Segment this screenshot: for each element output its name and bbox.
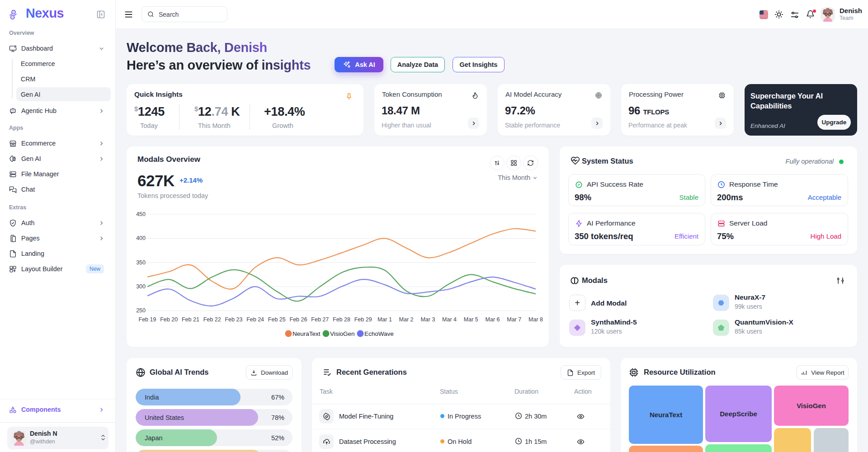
svg-text:350: 350 (136, 259, 146, 266)
svg-text:VisioGen: VisioGen (330, 330, 355, 337)
svg-text:Mar 8: Mar 8 (528, 316, 543, 323)
svg-text:Mar 6: Mar 6 (486, 316, 500, 323)
svg-text:Feb 26: Feb 26 (290, 316, 307, 323)
svg-text:NeuraText: NeuraText (292, 330, 321, 337)
svg-text:450: 450 (136, 211, 146, 217)
svg-text:Feb 20: Feb 20 (160, 316, 178, 323)
svg-text:Mar 1: Mar 1 (377, 316, 392, 323)
svg-text:300: 300 (136, 283, 146, 290)
svg-text:Feb 27: Feb 27 (311, 316, 329, 323)
svg-text:250: 250 (136, 307, 146, 314)
svg-text:Mar 3: Mar 3 (420, 316, 435, 323)
svg-text:400: 400 (136, 235, 146, 241)
svg-text:Feb 25: Feb 25 (268, 316, 286, 323)
svg-text:Feb 23: Feb 23 (225, 316, 242, 323)
svg-text:Mar 7: Mar 7 (507, 316, 521, 323)
svg-text:Feb 24: Feb 24 (246, 316, 264, 323)
svg-text:EchoWave: EchoWave (364, 330, 394, 337)
svg-text:Mar 4: Mar 4 (442, 316, 457, 323)
svg-text:Feb 21: Feb 21 (182, 316, 199, 323)
svg-text:Mar 2: Mar 2 (399, 316, 414, 323)
svg-text:Feb 29: Feb 29 (354, 316, 372, 323)
svg-text:Feb 19: Feb 19 (139, 316, 156, 323)
svg-text:Feb 28: Feb 28 (333, 316, 350, 323)
svg-text:Feb 22: Feb 22 (203, 316, 221, 323)
svg-text:Mar 5: Mar 5 (464, 316, 478, 323)
